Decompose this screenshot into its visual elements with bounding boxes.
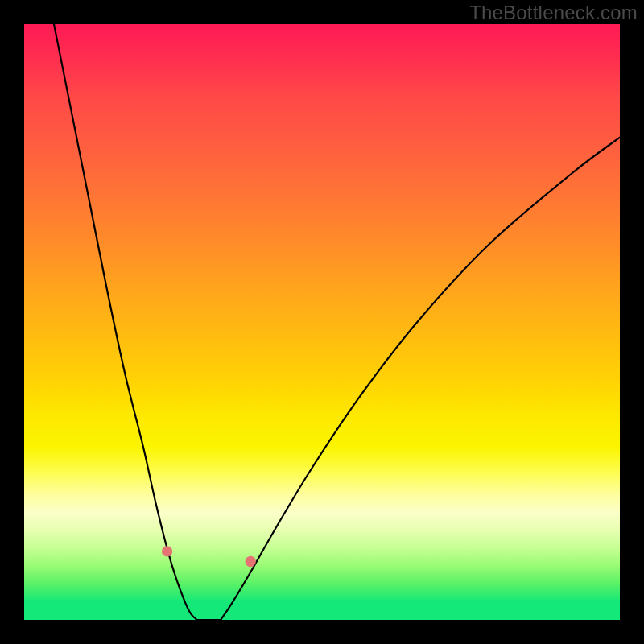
marker-dot [162, 546, 172, 556]
plot-area [24, 24, 620, 620]
attribution-text: TheBottleneck.com [469, 2, 638, 24]
left-curve [54, 24, 197, 620]
marker-dot [246, 556, 256, 567]
marker-group [162, 546, 256, 618]
chart-svg [24, 24, 620, 620]
chart-frame: TheBottleneck.com [0, 0, 644, 644]
right-curve [221, 138, 620, 620]
